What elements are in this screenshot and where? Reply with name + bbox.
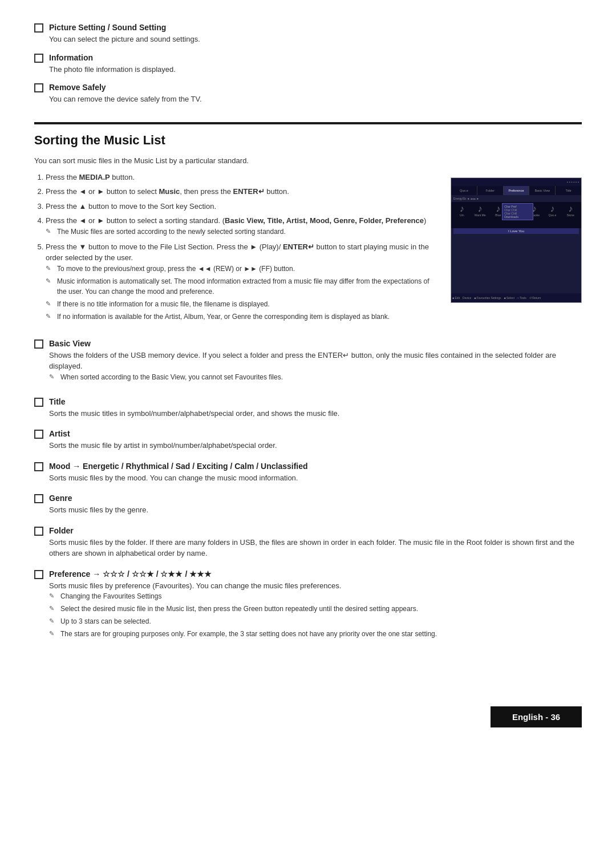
title-item: Title Sorts the music titles in symbol/n… — [34, 397, 582, 419]
music-note-0: ♪ — [460, 204, 464, 213]
basic-view-desc: Shows the folders of the USB memory devi… — [49, 350, 582, 372]
checkbox-icon-mood — [34, 462, 43, 471]
popup-line3: Downloads — [504, 215, 531, 219]
tab-queue: Que.e — [451, 186, 477, 195]
preference-note-1: Select the desired music file in the Mus… — [49, 604, 582, 614]
step-2: Press the ◄ or ► button to select Music,… — [46, 186, 439, 197]
music-label-5: Que.e — [549, 213, 557, 217]
remove-safely-desc: You can remove the device safely from th… — [49, 94, 582, 105]
bottom-fav: ■ Favourites Settings — [474, 296, 501, 300]
checkbox-icon-folder — [34, 527, 43, 536]
remove-safely-item: Remove Safely You can remove the device … — [34, 83, 582, 105]
checkbox-icon-preference — [34, 570, 43, 579]
music-note-1: ♪ — [478, 204, 483, 213]
information-title: Information — [49, 53, 582, 62]
checkbox-icon-basic-view — [34, 339, 43, 349]
title-section-title: Title — [49, 397, 582, 406]
bottom-tools: □ Tools — [517, 296, 526, 300]
tab-folder: Folder — [477, 186, 504, 195]
mood-section: Mood → Energetic / Rhythmical / Sad / Ex… — [34, 462, 582, 484]
genre-section: Genre Sorts music files by the genre. — [34, 494, 582, 516]
basic-view-note: When sorted according to the Basic View,… — [49, 372, 582, 382]
preference-section-title: Preference → ☆☆☆ / ☆☆★ / ☆★★ / ★★★ — [49, 569, 582, 579]
music-note-5: ♪ — [550, 204, 554, 213]
bottom-return: ↺ Return — [529, 296, 541, 300]
preference-note-3: The stars are for grouping purposes only… — [49, 629, 582, 639]
genre-item: Genre Sorts music files by the genre. — [34, 494, 582, 516]
mood-content: Mood → Energetic / Rhythmical / Sad / Ex… — [49, 462, 582, 484]
section-title: Sorting the Music List — [34, 133, 582, 148]
step-5-notes: To move to the previous/next group, pres… — [46, 264, 439, 322]
genre-section-desc: Sorts music files by the genre. — [49, 504, 582, 516]
steps-content: Press the MEDIA.P button. Press the ◄ or… — [34, 172, 439, 328]
preference-notes: Changing the Favourites Settings Select … — [49, 591, 582, 639]
preference-section: Preference → ☆☆☆ / ☆☆★ / ☆★★ / ★★★ Sorts… — [34, 569, 582, 644]
preference-item: Preference → ☆☆☆ / ☆☆★ / ☆★★ / ★★★ Sorts… — [34, 569, 582, 644]
bottom-device: Device — [463, 296, 471, 300]
music-label-2: Blue — [495, 213, 501, 217]
picture-setting-item: Picture Setting / Sound Setting You can … — [34, 23, 582, 45]
artist-section-title: Artist — [49, 429, 582, 438]
music-item-0: ♪ Um — [453, 204, 471, 217]
content-area: Press the MEDIA.P button. Press the ◄ or… — [34, 172, 582, 328]
folder-section-desc: Sorts music files by the folder. If ther… — [49, 537, 582, 559]
picture-setting-content: Picture Setting / Sound Setting You can … — [49, 23, 582, 45]
music-note-2: ♪ — [496, 204, 500, 213]
screenshot-dots: • • • • • • — [567, 180, 579, 184]
step-4: Press the ◄ or ► button to select a sort… — [46, 215, 439, 237]
title-section: Title Sorts the music titles in symbol/n… — [34, 397, 582, 419]
music-label-0: Um — [460, 213, 464, 217]
step-5-note-1: To move to the previous/next group, pres… — [46, 264, 439, 274]
preference-note-0: Changing the Favourites Settings — [49, 591, 582, 601]
checkbox-icon-artist — [34, 430, 43, 439]
step-4-bold: Basic View, Title, Artist, Mood, Genre, … — [225, 216, 424, 225]
tab-preference: Preference — [504, 186, 530, 195]
mood-section-desc: Sorts music files by the mood. You can c… — [49, 472, 582, 484]
bottom-select: ■ Select — [504, 296, 514, 300]
music-grid: ♪ Um ♪ Want Me ♪ Blue Char Pref Char Chi… — [451, 202, 581, 228]
folder-item: Folder Sorts music files by the folder. … — [34, 526, 582, 559]
step-2-enter: ENTER↵ — [233, 187, 265, 196]
section-divider — [34, 122, 582, 124]
step-5-enter: ENTER↵ — [283, 242, 314, 251]
artist-section-desc: Sorts the music file by artist in symbol… — [49, 440, 582, 451]
tab-basic-view: Basic View — [529, 186, 556, 195]
genre-section-title: Genre — [49, 494, 582, 503]
screenshot-tabs: Que.e Folder Preference Basic View Title — [451, 186, 581, 195]
basic-view-content: Basic View Shows the folders of the USB … — [49, 339, 582, 387]
step-1-bold: MEDIA.P — [79, 173, 110, 181]
title-section-desc: Sorts the music titles in symbol/number/… — [49, 408, 582, 419]
basic-view-item: Basic View Shows the folders of the USB … — [34, 339, 582, 387]
music-item-3-highlighted: Char Pref Char Chili Char Chill Download… — [508, 204, 525, 217]
footer-label: English - 36 — [512, 712, 560, 722]
steps-list: Press the MEDIA.P button. Press the ◄ or… — [34, 172, 439, 322]
section-intro: You can sort music files in the Music Li… — [34, 156, 582, 165]
step-5: Press the ▼ button to move to the File L… — [46, 241, 439, 322]
footer-bar: English - 36 — [491, 706, 582, 727]
picture-setting-title: Picture Setting / Sound Setting — [49, 23, 582, 32]
screenshot-box: • • • • • • Que.e Folder Preference Basi… — [451, 177, 582, 303]
basic-view-section: Basic View Shows the folders of the USB … — [34, 339, 582, 387]
popup-box: Char Pref Char Chili Char Chill Download… — [502, 203, 533, 220]
remove-safely-content: Remove Safely You can remove the device … — [49, 83, 582, 105]
tab-title: Title — [556, 186, 581, 195]
filter-label: EnergySb ◄ ●●● ► — [453, 197, 479, 200]
basic-view-notes: When sorted according to the Basic View,… — [49, 372, 582, 382]
folder-section-title: Folder — [49, 526, 582, 535]
artist-section: Artist Sorts the music file by artist in… — [34, 429, 582, 451]
screenshot-bottom-bar: ■ Edit Device ■ Favourites Settings ■ Se… — [451, 293, 581, 302]
information-content: Information The photo file information i… — [49, 53, 582, 75]
footer: English - 36 — [34, 672, 582, 727]
checkbox-icon-remove — [34, 83, 43, 92]
step-4-note-1: The Music files are sorted according to … — [46, 227, 439, 237]
music-item-1: ♪ Want Me — [472, 204, 489, 217]
music-label-6: Stone — [567, 213, 574, 217]
artist-content: Artist Sorts the music file by artist in… — [49, 429, 582, 451]
top-section: Picture Setting / Sound Setting You can … — [34, 23, 582, 105]
highlighted-label: I Love You — [453, 228, 579, 234]
checkbox-icon-information — [34, 54, 43, 63]
mood-item: Mood → Energetic / Rhythmical / Sad / Ex… — [34, 462, 582, 484]
music-item-5: ♪ Que.e — [544, 204, 561, 217]
music-item-6: ♪ Stone — [562, 204, 579, 217]
bottom-edit: ■ Edit — [452, 296, 460, 300]
